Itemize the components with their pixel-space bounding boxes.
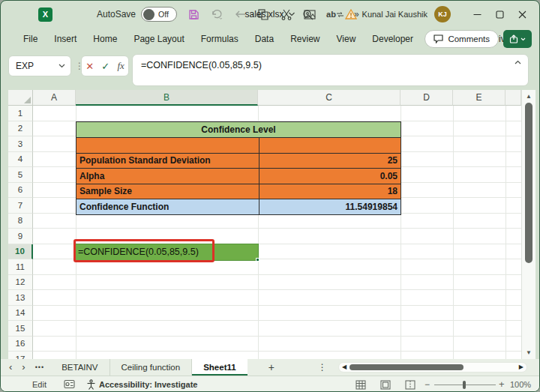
column-header-d[interactable]: D [400, 90, 453, 106]
table-cell-value[interactable] [259, 138, 400, 153]
table-row[interactable]: Population Standard Deviation 25 [76, 153, 400, 169]
chevron-down-icon[interactable] [58, 64, 70, 68]
document-title[interactable]: sales.xlsx [244, 1, 295, 28]
maximize-button[interactable] [488, 1, 511, 28]
row-header-16[interactable]: 16 [8, 337, 33, 352]
tab-page-layout[interactable]: Page Layout [125, 29, 192, 49]
warning-icon[interactable] [345, 9, 357, 19]
scroll-right-icon[interactable]: ▶ [519, 364, 524, 370]
column-header-partial[interactable] [506, 90, 521, 106]
row-header-10[interactable]: 10 [8, 244, 33, 260]
account-name[interactable]: Kunal Jai Kaushik [362, 10, 428, 19]
collapse-formula-bar-icon[interactable] [514, 60, 521, 64]
zoom-level[interactable]: 100% [510, 380, 531, 389]
search-icon[interactable] [302, 9, 314, 20]
scroll-left-icon[interactable]: ◀ [342, 364, 346, 370]
sheet-options-icon[interactable]: ⋮ [314, 362, 332, 373]
page-layout-view-icon[interactable] [380, 379, 392, 391]
autosave-toggle[interactable]: AutoSave Off [97, 7, 177, 22]
macro-record-icon[interactable] [64, 379, 75, 389]
column-header-b[interactable]: B [76, 90, 258, 106]
cells-area[interactable]: Confidence Level Population Standard Dev… [33, 106, 521, 359]
vertical-scrollbar-thumb[interactable] [525, 103, 532, 263]
page-break-preview-icon[interactable] [404, 379, 416, 391]
column-header-a[interactable]: A [33, 90, 76, 106]
table-cell-label[interactable]: Confidence Function [76, 199, 259, 214]
table-cell-value[interactable]: 0.05 [259, 169, 400, 184]
row-header-15[interactable]: 15 [8, 321, 33, 337]
horizontal-scrollbar-thumb[interactable] [350, 364, 464, 370]
scroll-up-icon[interactable]: ▲ [522, 93, 536, 100]
sheet-tab-betainv[interactable]: BETAINV [50, 359, 110, 376]
tab-review[interactable]: Review [282, 29, 328, 49]
table-cell-label[interactable]: Alpha [76, 169, 259, 184]
table-row[interactable]: Sample Size 18 [76, 184, 400, 199]
row-header-11[interactable]: 11 [8, 259, 33, 275]
row-header-6[interactable]: 6 [8, 183, 33, 199]
column-header-e[interactable]: E [453, 90, 506, 106]
tab-view[interactable]: View [328, 29, 364, 49]
table-row[interactable]: Alpha 0.05 [76, 168, 400, 184]
tab-formulas[interactable]: Formulas [193, 29, 247, 49]
column-header-c[interactable]: C [258, 90, 400, 106]
zoom-in-icon[interactable]: + [499, 379, 505, 390]
table-cell-value[interactable]: 18 [259, 184, 400, 199]
row-header-8[interactable]: 8 [8, 214, 33, 229]
minimize-button[interactable] [466, 1, 488, 28]
tab-file[interactable]: File [15, 29, 46, 49]
row-header-13[interactable]: 13 [8, 290, 33, 306]
row-header-3[interactable]: 3 [8, 136, 33, 152]
next-sheet-icon[interactable]: › [20, 359, 33, 376]
add-sheet-icon[interactable]: + [258, 361, 285, 373]
table-row[interactable] [76, 137, 400, 153]
table-row[interactable]: Confidence Function 11.54919854 [76, 199, 400, 214]
sheet-tab-sheet11[interactable]: Sheet11 [192, 359, 247, 376]
zoom-slider-thumb[interactable] [463, 381, 466, 389]
row-header-4[interactable]: 4 [8, 152, 33, 168]
tab-insert[interactable]: Insert [46, 29, 85, 49]
cell-mode-indicator[interactable]: Edit [32, 380, 46, 389]
scroll-down-icon[interactable]: ▼ [522, 349, 536, 356]
row-header-5[interactable]: 5 [8, 167, 33, 183]
row-header-9[interactable]: 9 [8, 229, 33, 244]
tab-data[interactable]: Data [247, 29, 282, 49]
confirm-entry-icon[interactable]: ✓ [101, 61, 110, 72]
row-header-1[interactable]: 1 [8, 106, 33, 121]
vertical-scrollbar[interactable]: ▲ ▼ [521, 90, 536, 359]
accessibility-status[interactable]: Accessibility: Investigate [99, 380, 197, 389]
formula-input[interactable]: =CONFIDENCE(0.05,85,9.5) [132, 54, 529, 86]
row-header-7[interactable]: 7 [8, 198, 33, 214]
excel-app-icon[interactable]: X [38, 7, 52, 22]
name-box-value: EXP [9, 61, 58, 71]
zoom-out-icon[interactable]: − [424, 379, 430, 390]
cancel-entry-icon[interactable]: ✕ [86, 61, 94, 72]
zoom-slider[interactable] [434, 385, 496, 385]
select-all-corner[interactable] [8, 90, 33, 106]
tab-home[interactable]: Home [85, 29, 125, 49]
name-box[interactable]: EXP [8, 55, 71, 76]
share-button[interactable] [503, 30, 532, 48]
table-cell-value[interactable]: 11.54919854 [259, 199, 400, 214]
undo-icon[interactable] [210, 7, 224, 21]
sheet-list-icon[interactable]: ••• [34, 364, 50, 371]
sheet-tab-ceiling-function[interactable]: Ceiling function [110, 359, 193, 376]
horizontal-scrollbar[interactable]: ◀ ▶ [338, 362, 527, 373]
normal-view-icon[interactable] [355, 379, 367, 391]
row-header-2[interactable]: 2 [8, 121, 33, 137]
row-header-14[interactable]: 14 [8, 306, 33, 322]
insert-function-icon[interactable]: fx [117, 60, 124, 72]
table-title-cell[interactable]: Confidence Level [76, 122, 400, 138]
table-cell-label[interactable]: Sample Size [76, 184, 259, 199]
tab-developer[interactable]: Developer [364, 29, 422, 49]
autosave-pill[interactable]: Off [141, 7, 177, 22]
comments-button[interactable]: Comments [424, 30, 499, 48]
save-icon[interactable] [187, 7, 200, 21]
avatar[interactable]: KJ [434, 6, 451, 22]
fill-handle[interactable] [256, 258, 260, 262]
previous-sheet-icon[interactable]: ‹ [1, 359, 20, 376]
table-cell-label[interactable] [76, 138, 259, 153]
table-cell-value[interactable]: 25 [259, 154, 400, 169]
row-header-12[interactable]: 12 [8, 275, 33, 291]
table-cell-label[interactable]: Population Standard Deviation [76, 154, 259, 169]
close-button[interactable] [511, 1, 533, 28]
